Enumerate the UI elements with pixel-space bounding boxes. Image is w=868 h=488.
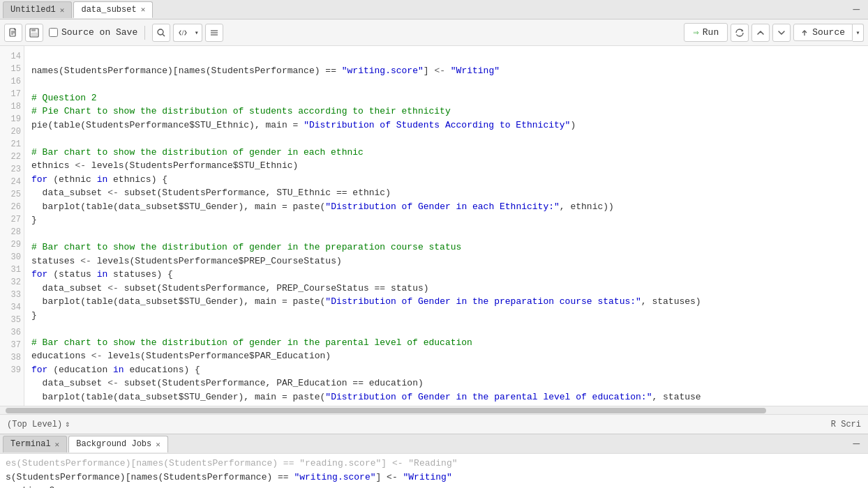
toolbar-right: ⇒ Run — [684, 23, 864, 42]
code-tools-group: ▾ — [173, 24, 202, 42]
tab-background-jobs-close[interactable]: ✕ — [156, 440, 160, 449]
minimize-btn[interactable]: — — [847, 3, 865, 16]
status-level-label: (Top Level) — [7, 420, 62, 429]
toolbar: Source on Save ▾ — [0, 20, 868, 46]
nav-up-button[interactable] — [751, 24, 770, 42]
tab-data-subset[interactable]: data_subset ✕ — [73, 1, 153, 18]
source-on-save-checkbox[interactable]: Source on Save — [49, 27, 137, 38]
source-button[interactable]: Source — [793, 24, 853, 41]
tab-background-jobs[interactable]: Background Jobs ✕ — [68, 436, 168, 452]
code-editor[interactable]: names(StudentsPerformance)[names(Student… — [24, 46, 868, 406]
tab-untitled-label: Untitled1 — [10, 5, 56, 15]
status-bar: (Top Level) ⇕ R Scri — [0, 414, 868, 434]
svg-rect-5 — [31, 29, 36, 31]
bottom-tab-bar: Terminal ✕ Background Jobs ✕ — — [0, 434, 868, 453]
tab-untitled-close[interactable]: ✕ — [60, 6, 65, 15]
toolbar-sep-1 — [144, 26, 145, 40]
search-button[interactable] — [152, 24, 170, 42]
console-line-1: es(StudentsPerformance)[names(StudentsPe… — [6, 457, 862, 471]
list-button[interactable] — [205, 24, 223, 42]
run-button[interactable]: ⇒ Run — [684, 23, 728, 42]
editor-scrollbar-thumb[interactable] — [6, 408, 766, 413]
line-numbers: 14 15 16 17 18 19 20 21 22 23 24 25 26 2… — [0, 46, 24, 406]
bottom-minimize-btn[interactable]: — — [847, 438, 865, 450]
svg-line-8 — [163, 34, 165, 36]
toolbar-left: Source on Save ▾ — [4, 24, 223, 42]
source-on-save-label: Source on Save — [61, 27, 137, 38]
new-file-button[interactable] — [4, 24, 22, 42]
source-group: Source ▾ — [793, 24, 864, 42]
source-dropdown[interactable]: ▾ — [853, 24, 864, 42]
svg-rect-6 — [31, 33, 37, 36]
tab-data-subset-label: data_subset — [81, 5, 136, 15]
code-tools-dropdown[interactable]: ▾ — [191, 24, 202, 42]
svg-point-7 — [158, 29, 163, 35]
editor-scrollbar[interactable] — [0, 406, 868, 414]
code-edit-button[interactable] — [173, 24, 191, 42]
tab-data-subset-close[interactable]: ✕ — [141, 5, 146, 14]
tab-terminal-label: Terminal — [10, 439, 51, 449]
tab-untitled[interactable]: Untitled1 ✕ — [3, 1, 72, 18]
tab-terminal[interactable]: Terminal ✕ — [3, 436, 67, 452]
nav-down-button[interactable] — [772, 24, 791, 42]
tab-background-jobs-label: Background Jobs — [76, 439, 151, 449]
status-level[interactable]: (Top Level) ⇕ — [7, 419, 70, 429]
status-right-label: R Scri — [831, 420, 861, 429]
tab-bar: Untitled1 ✕ data_subset ✕ — — [0, 0, 868, 20]
tab-terminal-close[interactable]: ✕ — [55, 440, 60, 449]
console-area[interactable]: es(StudentsPerformance)[names(StudentsPe… — [0, 453, 868, 488]
console-line-3: uestion 2 — [6, 484, 862, 488]
svg-line-9 — [182, 30, 184, 35]
run-arrow-icon: ⇒ — [693, 26, 698, 38]
console-line-2: s(StudentsPerformance)[names(StudentsPer… — [6, 471, 862, 485]
rerun-button[interactable] — [731, 24, 749, 42]
editor-area: 14 15 16 17 18 19 20 21 22 23 24 25 26 2… — [0, 46, 868, 406]
source-on-save-input[interactable] — [49, 28, 58, 37]
status-level-arrow: ⇕ — [65, 419, 70, 429]
save-button[interactable] — [25, 24, 43, 42]
run-label: Run — [703, 27, 719, 38]
source-label: Source — [812, 27, 845, 38]
